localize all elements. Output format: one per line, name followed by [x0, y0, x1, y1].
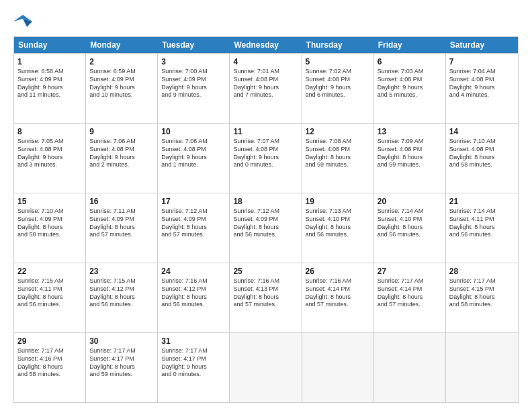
day-info: Sunrise: 7:16 AM Sunset: 4:13 PM Dayligh… — [233, 277, 298, 309]
day-cell-1: 1Sunrise: 6:58 AM Sunset: 4:09 PM Daylig… — [14, 54, 86, 123]
day-info: Sunrise: 7:05 AM Sunset: 4:08 PM Dayligh… — [17, 138, 82, 169]
calendar-body: 1Sunrise: 6:58 AM Sunset: 4:09 PM Daylig… — [14, 53, 518, 402]
day-number: 28 — [449, 266, 515, 277]
header-thursday: Thursday — [302, 37, 374, 53]
day-cell-12: 12Sunrise: 7:08 AM Sunset: 4:08 PM Dayli… — [302, 124, 374, 193]
day-info: Sunrise: 7:17 AM Sunset: 4:15 PM Dayligh… — [449, 277, 515, 309]
day-cell-17: 17Sunrise: 7:12 AM Sunset: 4:09 PM Dayli… — [158, 193, 230, 263]
day-number: 12 — [306, 126, 370, 137]
empty-cell — [446, 333, 518, 402]
day-info: Sunrise: 7:08 AM Sunset: 4:08 PM Dayligh… — [306, 138, 370, 169]
header-friday: Friday — [374, 37, 446, 53]
header-tuesday: Tuesday — [158, 37, 230, 53]
day-number: 15 — [17, 196, 82, 207]
day-number: 7 — [449, 56, 515, 67]
day-number: 29 — [17, 336, 82, 347]
day-cell-26: 26Sunrise: 7:16 AM Sunset: 4:14 PM Dayli… — [302, 263, 374, 332]
day-number: 23 — [89, 266, 154, 277]
day-info: Sunrise: 7:12 AM Sunset: 4:09 PM Dayligh… — [161, 208, 226, 239]
calendar-header: Sunday Monday Tuesday Wednesday Thursday… — [14, 37, 518, 53]
svg-marker-0 — [13, 15, 32, 21]
day-cell-27: 27Sunrise: 7:17 AM Sunset: 4:14 PM Dayli… — [374, 263, 446, 332]
day-info: Sunrise: 7:17 AM Sunset: 4:16 PM Dayligh… — [17, 347, 82, 379]
day-info: Sunrise: 7:12 AM Sunset: 4:09 PM Dayligh… — [233, 208, 298, 239]
day-info: Sunrise: 7:06 AM Sunset: 4:08 PM Dayligh… — [161, 138, 226, 169]
day-cell-31: 31Sunrise: 7:17 AM Sunset: 4:17 PM Dayli… — [158, 333, 230, 402]
day-info: Sunrise: 7:17 AM Sunset: 4:14 PM Dayligh… — [378, 277, 442, 309]
day-info: Sunrise: 7:10 AM Sunset: 4:09 PM Dayligh… — [17, 208, 82, 239]
day-number: 3 — [161, 56, 226, 67]
day-number: 9 — [89, 126, 154, 137]
day-cell-2: 2Sunrise: 6:59 AM Sunset: 4:09 PM Daylig… — [86, 54, 158, 123]
day-number: 6 — [378, 56, 442, 67]
day-number: 26 — [306, 266, 370, 277]
day-cell-23: 23Sunrise: 7:15 AM Sunset: 4:12 PM Dayli… — [86, 263, 158, 332]
header-wednesday: Wednesday — [230, 37, 302, 53]
page: Sunday Monday Tuesday Wednesday Thursday… — [0, 0, 532, 411]
calendar-row-4: 22Sunrise: 7:15 AM Sunset: 4:11 PM Dayli… — [14, 263, 518, 332]
day-number: 20 — [378, 196, 442, 207]
day-info: Sunrise: 7:15 AM Sunset: 4:11 PM Dayligh… — [17, 277, 82, 309]
calendar: Sunday Monday Tuesday Wednesday Thursday… — [13, 36, 519, 403]
day-cell-6: 6Sunrise: 7:03 AM Sunset: 4:08 PM Daylig… — [374, 54, 446, 123]
calendar-row-5: 29Sunrise: 7:17 AM Sunset: 4:16 PM Dayli… — [14, 332, 518, 402]
day-info: Sunrise: 7:17 AM Sunset: 4:17 PM Dayligh… — [89, 347, 154, 379]
day-cell-7: 7Sunrise: 7:04 AM Sunset: 4:08 PM Daylig… — [446, 54, 518, 123]
day-number: 16 — [89, 196, 154, 207]
day-info: Sunrise: 7:14 AM Sunset: 4:11 PM Dayligh… — [449, 208, 515, 239]
day-number: 22 — [17, 266, 82, 277]
day-info: Sunrise: 7:14 AM Sunset: 4:10 PM Dayligh… — [378, 208, 442, 239]
day-number: 27 — [378, 266, 442, 277]
day-cell-14: 14Sunrise: 7:10 AM Sunset: 4:08 PM Dayli… — [446, 124, 518, 193]
header-saturday: Saturday — [446, 37, 518, 53]
day-cell-24: 24Sunrise: 7:16 AM Sunset: 4:12 PM Dayli… — [158, 263, 230, 332]
day-number: 8 — [17, 126, 82, 137]
day-info: Sunrise: 7:03 AM Sunset: 4:08 PM Dayligh… — [378, 68, 442, 99]
day-number: 18 — [233, 196, 298, 207]
day-cell-20: 20Sunrise: 7:14 AM Sunset: 4:10 PM Dayli… — [374, 193, 446, 263]
header — [13, 12, 519, 31]
calendar-row-1: 1Sunrise: 6:58 AM Sunset: 4:09 PM Daylig… — [14, 53, 518, 123]
day-info: Sunrise: 7:17 AM Sunset: 4:17 PM Dayligh… — [161, 347, 226, 379]
empty-cell — [374, 333, 446, 402]
day-cell-10: 10Sunrise: 7:06 AM Sunset: 4:08 PM Dayli… — [158, 124, 230, 193]
day-cell-21: 21Sunrise: 7:14 AM Sunset: 4:11 PM Dayli… — [446, 193, 518, 263]
day-number: 17 — [161, 196, 226, 207]
header-sunday: Sunday — [14, 37, 86, 53]
day-cell-22: 22Sunrise: 7:15 AM Sunset: 4:11 PM Dayli… — [14, 263, 86, 332]
day-number: 24 — [161, 266, 226, 277]
day-number: 19 — [306, 196, 370, 207]
day-number: 31 — [161, 336, 226, 347]
day-cell-19: 19Sunrise: 7:13 AM Sunset: 4:10 PM Dayli… — [302, 193, 374, 263]
empty-cell — [302, 333, 374, 402]
day-number: 2 — [89, 56, 154, 67]
day-number: 1 — [17, 56, 82, 67]
day-info: Sunrise: 7:15 AM Sunset: 4:12 PM Dayligh… — [89, 277, 154, 309]
day-number: 4 — [233, 56, 298, 67]
day-info: Sunrise: 7:13 AM Sunset: 4:10 PM Dayligh… — [306, 208, 370, 239]
day-info: Sunrise: 7:09 AM Sunset: 4:08 PM Dayligh… — [378, 138, 442, 169]
logo-bird-icon — [13, 12, 32, 31]
day-number: 5 — [306, 56, 370, 67]
day-info: Sunrise: 6:58 AM Sunset: 4:09 PM Dayligh… — [17, 68, 82, 99]
calendar-row-2: 8Sunrise: 7:05 AM Sunset: 4:08 PM Daylig… — [14, 123, 518, 193]
day-info: Sunrise: 7:04 AM Sunset: 4:08 PM Dayligh… — [449, 68, 515, 99]
day-cell-11: 11Sunrise: 7:07 AM Sunset: 4:08 PM Dayli… — [230, 124, 302, 193]
day-cell-16: 16Sunrise: 7:11 AM Sunset: 4:09 PM Dayli… — [86, 193, 158, 263]
day-info: Sunrise: 7:10 AM Sunset: 4:08 PM Dayligh… — [449, 138, 515, 169]
calendar-row-3: 15Sunrise: 7:10 AM Sunset: 4:09 PM Dayli… — [14, 193, 518, 263]
day-cell-4: 4Sunrise: 7:01 AM Sunset: 4:08 PM Daylig… — [230, 54, 302, 123]
day-number: 30 — [89, 336, 154, 347]
day-info: Sunrise: 7:00 AM Sunset: 4:09 PM Dayligh… — [161, 68, 226, 99]
day-cell-8: 8Sunrise: 7:05 AM Sunset: 4:08 PM Daylig… — [14, 124, 86, 193]
day-cell-18: 18Sunrise: 7:12 AM Sunset: 4:09 PM Dayli… — [230, 193, 302, 263]
day-info: Sunrise: 7:11 AM Sunset: 4:09 PM Dayligh… — [89, 208, 154, 239]
day-number: 14 — [449, 126, 515, 137]
day-cell-29: 29Sunrise: 7:17 AM Sunset: 4:16 PM Dayli… — [14, 333, 86, 402]
header-monday: Monday — [86, 37, 158, 53]
day-cell-15: 15Sunrise: 7:10 AM Sunset: 4:09 PM Dayli… — [14, 193, 86, 263]
logo — [13, 12, 35, 31]
day-info: Sunrise: 7:02 AM Sunset: 4:08 PM Dayligh… — [306, 68, 370, 99]
day-cell-3: 3Sunrise: 7:00 AM Sunset: 4:09 PM Daylig… — [158, 54, 230, 123]
day-cell-28: 28Sunrise: 7:17 AM Sunset: 4:15 PM Dayli… — [446, 263, 518, 332]
